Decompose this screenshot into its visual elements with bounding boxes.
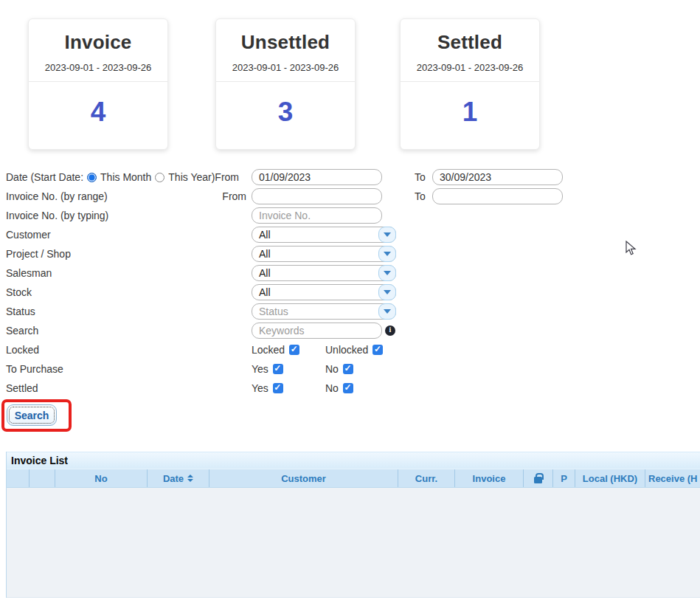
locked-option-label: Locked — [252, 344, 285, 356]
card-date-range: 2023-09-01 - 2023-09-26 — [29, 62, 167, 73]
settled-yes-checkbox[interactable] — [273, 383, 283, 393]
date-from-label: From — [215, 171, 239, 183]
card-settled: Settled 2023-09-01 - 2023-09-26 1 — [400, 18, 540, 150]
info-icon[interactable] — [385, 325, 395, 336]
sort-icon — [187, 475, 193, 482]
locked-option: Locked — [252, 342, 299, 358]
col-currency: Curr. — [398, 469, 454, 487]
invoice-no-from-input[interactable] — [252, 188, 382, 204]
filter-row-salesman: Salesman All — [0, 265, 700, 283]
card-title: Unsettled — [216, 31, 355, 54]
this-month-label: This Month — [100, 171, 151, 183]
lock-icon — [534, 477, 542, 483]
chevron-down-icon[interactable] — [378, 303, 396, 320]
filter-row-stock: Stock All — [0, 284, 700, 302]
invoice-search-page: Invoice 2023-09-01 - 2023-09-26 4 Unsett… — [0, 0, 700, 600]
customer-select[interactable]: All — [252, 227, 396, 243]
invoice-list-caption: Invoice List — [7, 452, 700, 469]
project-shop-select-value: All — [259, 246, 271, 261]
salesman-label: Salesman — [6, 265, 52, 281]
col-no: No — [55, 469, 147, 487]
col-select — [7, 469, 29, 487]
card-count: 3 — [216, 97, 355, 128]
customer-select-value: All — [259, 227, 271, 242]
card-divider — [401, 81, 539, 82]
project-shop-select[interactable]: All — [252, 246, 396, 262]
mouse-cursor-icon — [626, 241, 637, 257]
filter-row-locked: Locked Locked Unlocked — [0, 342, 700, 359]
filter-row-to-purchase: To Purchase Yes No — [0, 361, 700, 379]
invoice-list-table: Invoice List No Date Customer Curr. Invo… — [6, 452, 700, 598]
card-invoice: Invoice 2023-09-01 - 2023-09-26 4 — [28, 18, 168, 150]
unlocked-option-label: Unlocked — [325, 344, 368, 356]
date-to-input[interactable] — [432, 169, 563, 185]
invoice-typing-label: Invoice No. (by typing) — [6, 207, 108, 224]
unlocked-checkbox[interactable] — [372, 345, 383, 355]
invoice-range-to-label: To — [415, 188, 426, 204]
to-purchase-no-label: No — [325, 363, 339, 375]
stock-select-value: All — [259, 285, 271, 300]
this-month-radio[interactable] — [87, 173, 97, 182]
card-count: 4 — [29, 97, 167, 128]
col-p: P — [552, 469, 575, 487]
settled-yes-option: Yes — [252, 380, 283, 396]
invoice-no-to-input[interactable] — [432, 188, 563, 204]
locked-row-label: Locked — [6, 342, 39, 358]
card-divider — [29, 81, 167, 82]
salesman-select[interactable]: All — [252, 265, 396, 281]
filter-row-status: Status Status — [0, 303, 700, 321]
to-purchase-yes-label: Yes — [252, 363, 268, 375]
invoice-no-typing-input[interactable] — [252, 207, 382, 224]
to-purchase-yes-option: Yes — [252, 361, 283, 377]
chevron-down-icon[interactable] — [378, 246, 396, 262]
invoice-range-label: Invoice No. (by range) — [6, 188, 108, 204]
date-to-label: To — [415, 169, 426, 185]
stock-label: Stock — [6, 284, 32, 300]
chevron-down-icon[interactable] — [378, 284, 396, 300]
filter-row-project-shop: Project / Shop All — [0, 246, 700, 263]
filter-row-settled: Settled Yes No — [0, 380, 700, 398]
col-local-hkd: Local (HKD) — [575, 469, 645, 487]
status-select[interactable]: Status — [252, 303, 396, 320]
card-title: Invoice — [29, 31, 167, 54]
col-receive-hkd: Receive (H — [645, 469, 700, 487]
col-invoice: Invoice — [454, 469, 523, 487]
date-row-label: Date (Start Date: — [6, 171, 83, 183]
red-highlight-annotation — [1, 399, 72, 432]
invoice-list-header-row: No Date Customer Curr. Invoice P Local (… — [7, 469, 700, 488]
settled-row-label: Settled — [6, 380, 38, 396]
filter-row-customer: Customer All — [0, 227, 700, 244]
settled-yes-label: Yes — [252, 382, 268, 394]
col-actions — [29, 469, 55, 487]
stock-select[interactable]: All — [252, 284, 396, 300]
this-year-label: This Year) — [168, 171, 215, 183]
settled-no-checkbox[interactable] — [343, 383, 353, 393]
col-date-label: Date — [163, 473, 184, 484]
project-shop-label: Project / Shop — [6, 246, 71, 262]
settled-no-label: No — [325, 382, 339, 394]
card-title: Settled — [401, 31, 539, 54]
card-count: 1 — [401, 97, 539, 128]
locked-checkbox[interactable] — [289, 345, 299, 355]
chevron-down-icon[interactable] — [378, 227, 396, 243]
col-date[interactable]: Date — [147, 469, 209, 487]
to-purchase-no-option: No — [325, 361, 353, 377]
to-purchase-no-checkbox[interactable] — [343, 364, 353, 374]
to-purchase-yes-checkbox[interactable] — [273, 364, 283, 374]
chevron-down-icon[interactable] — [378, 265, 396, 281]
date-from-input[interactable] — [252, 169, 382, 185]
search-label: Search — [6, 323, 38, 339]
card-unsettled: Unsettled 2023-09-01 - 2023-09-26 3 — [215, 18, 356, 150]
keywords-input[interactable] — [252, 323, 382, 339]
status-select-value: Status — [259, 304, 288, 319]
filter-row-search: Search — [0, 323, 700, 340]
card-date-range: 2023-09-01 - 2023-09-26 — [401, 62, 539, 73]
settled-no-option: No — [325, 380, 353, 396]
filter-row-invoice-range: Invoice No. (by range) From To — [0, 188, 700, 206]
customer-label: Customer — [6, 227, 51, 243]
status-label: Status — [6, 303, 35, 320]
this-year-radio[interactable] — [155, 173, 164, 182]
card-divider — [216, 81, 355, 82]
salesman-select-value: All — [259, 266, 271, 280]
col-customer: Customer — [209, 469, 398, 487]
